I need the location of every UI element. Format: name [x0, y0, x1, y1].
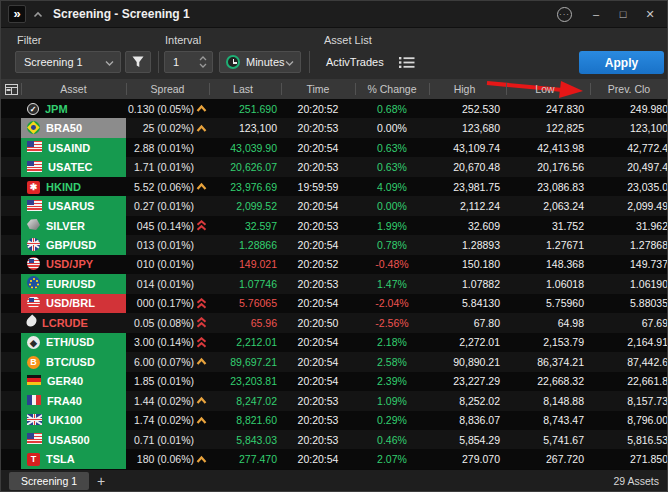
table-row[interactable]: BRA50 25 (0.02%) 123,100 20:20:53 0.00% … — [1, 118, 667, 137]
table-row[interactable]: USAIND 2.88 (0.01%) 43,039.90 20:20:54 0… — [1, 138, 667, 157]
table-row[interactable]: UK100 1.74 (0.02%) 8,821.60 20:20:53 0.2… — [1, 411, 667, 430]
table-row[interactable]: USATEC 1.71 (0.01%) 20,626.07 20:20:53 0… — [1, 157, 667, 176]
column-header-low[interactable]: Low — [506, 79, 590, 99]
collapse-chevron-icon[interactable] — [33, 11, 43, 18]
table-row[interactable]: ◆ ETH/USD 3.00 (0.14%) 2,212.01 20:20:54… — [1, 333, 667, 352]
us-circle-icon — [27, 296, 40, 311]
interval-unit-select[interactable]: Minutes — [219, 51, 301, 73]
table-row[interactable]: FRA40 1.44 (0.02%) 8,247.02 20:20:53 1.0… — [1, 391, 667, 410]
close-button[interactable]: ✕ — [641, 5, 659, 23]
asset-cell[interactable]: T TSLA — [21, 449, 126, 468]
asset-cell[interactable]: USD/BRL — [21, 294, 126, 313]
table-row[interactable]: USA500 0.71 (0.01%) 5,843.03 20:20:53 0.… — [1, 430, 667, 449]
high-cell: 5,854.29 — [429, 430, 506, 449]
percent-change-cell: 0.46% — [355, 430, 429, 449]
low-cell: 8,743.47 — [506, 411, 590, 430]
table-row[interactable]: USARUS 0.27 (0.01%) 2,099.52 20:20:54 0.… — [1, 196, 667, 215]
asset-cell[interactable]: GER40 — [21, 372, 126, 391]
asset-cell[interactable]: ✱ HKIND — [21, 177, 126, 196]
high-cell: 90,890.21 — [429, 352, 506, 371]
asset-cell[interactable]: LCRUDE — [21, 313, 126, 332]
column-header--change[interactable]: % Change — [355, 79, 429, 99]
percent-change-cell: -0.48% — [355, 255, 429, 274]
add-tab-button[interactable]: + — [97, 473, 105, 489]
asset-cell[interactable]: UK100 — [21, 411, 126, 430]
table-row[interactable]: B BTC/USD 6.00 (0.07%) 89,697.21 20:20:5… — [1, 352, 667, 371]
time-cell: 20:20:53 — [281, 157, 355, 176]
percent-change-cell: 2.58% — [355, 352, 429, 371]
table-row[interactable]: ✱ HKIND 5.52 (0.06%) 23,976.69 19:59:59 … — [1, 177, 667, 196]
prev-close-cell: 5.88035 — [590, 294, 667, 313]
low-cell: 5.75960 — [506, 294, 590, 313]
interval-spinner[interactable] — [199, 56, 207, 68]
asset-name: SILVER — [46, 220, 85, 232]
minimize-button[interactable]: – — [587, 5, 605, 23]
asset-cell[interactable]: USAIND — [21, 138, 126, 157]
column-header-prev-clo[interactable]: Prev. Clo — [590, 79, 668, 99]
asset-cell[interactable]: B BTC/USD — [21, 352, 126, 371]
time-cell: 20:20:53 — [281, 430, 355, 449]
prev-close-cell: 22,661.8 — [590, 372, 667, 391]
window-menu-icon[interactable]: ··· — [557, 7, 572, 22]
asset-cell[interactable]: BRA50 — [21, 118, 126, 137]
table-settings-button[interactable] — [1, 79, 21, 99]
column-header-last[interactable]: Last — [209, 79, 281, 99]
time-cell: 20:20:54 — [281, 372, 355, 391]
asset-cell[interactable]: ◆ ETH/USD — [21, 333, 126, 352]
spread-cell: 0.27 (0.01%) — [126, 196, 209, 215]
column-header-high[interactable]: High — [429, 79, 506, 99]
asset-cell[interactable]: FRA40 — [21, 391, 126, 410]
percent-change-cell: 2.39% — [355, 372, 429, 391]
prev-close-cell: 1.06190 — [590, 274, 667, 293]
asset-cell[interactable]: USA500 — [21, 430, 126, 449]
percent-change-cell: 1.99% — [355, 216, 429, 235]
eth-icon: ◆ — [27, 336, 40, 350]
table-row[interactable]: LCRUDE 0.05 (0.08%) 65.96 20:20:50 -2.56… — [1, 313, 667, 332]
low-cell: 5,741.67 — [506, 430, 590, 449]
asset-cell[interactable]: USATEC — [21, 157, 126, 176]
high-cell: 23,227.29 — [429, 372, 506, 391]
table-row[interactable]: GER40 1.85 (0.01%) 23,203.81 20:20:54 2.… — [1, 372, 667, 391]
interval-value: 1 — [165, 56, 199, 68]
last-price-cell: 32.597 — [209, 216, 281, 235]
column-header-spread[interactable]: Spread — [126, 79, 209, 99]
eu-circle-icon — [27, 276, 40, 291]
table-row[interactable]: ✓ JPM 0.130 (0.05%) 251.690 20:20:52 0.6… — [1, 99, 667, 118]
table-row[interactable]: USD/BRL 000 (0.17%) 5.76065 20:20:54 -2.… — [1, 294, 667, 313]
asset-name: USARUS — [48, 200, 94, 212]
asset-cell[interactable]: ✓ JPM — [21, 99, 126, 118]
high-cell: 43,109.74 — [429, 138, 506, 157]
filter-select[interactable]: Screening 1 — [15, 51, 121, 73]
maximize-button[interactable]: □ — [614, 5, 632, 23]
prev-close-cell: 271.850 — [590, 449, 667, 468]
table-row[interactable]: T TSLA 180 (0.06%) 277.470 20:20:54 2.07… — [1, 449, 667, 468]
interval-input[interactable]: 1 — [164, 51, 213, 73]
high-cell: 1.07882 — [429, 274, 506, 293]
asset-name: BRA50 — [46, 122, 82, 134]
asset-cell[interactable]: SILVER — [21, 216, 126, 235]
asset-cell[interactable]: EUR/USD — [21, 274, 126, 293]
filter-edit-button[interactable] — [125, 51, 151, 73]
time-cell: 20:20:53 — [281, 391, 355, 410]
asset-list-edit-button[interactable] — [399, 51, 415, 73]
apply-button[interactable]: Apply — [579, 51, 664, 74]
window-title: Screening - Screening 1 — [53, 7, 190, 21]
table-row[interactable]: EUR/USD 014 (0.01%) 1.07746 20:20:53 1.4… — [1, 274, 667, 293]
asset-cell[interactable]: GBP/USD — [21, 235, 126, 254]
asset-cell[interactable]: USARUS — [21, 196, 126, 215]
asset-name: BTC/USD — [46, 356, 95, 368]
table-row[interactable]: SILVER 045 (0.14%) 32.597 20:20:53 1.99%… — [1, 216, 667, 235]
table-row[interactable]: USD/JPY 010 (0.01%) 149.021 20:20:52 -0.… — [1, 255, 667, 274]
asset-name: FRA40 — [47, 395, 82, 407]
table-row[interactable]: GBP/USD 013 (0.01%) 1.28866 20:20:54 0.7… — [1, 235, 667, 254]
column-header-time[interactable]: Time — [281, 79, 355, 99]
title-bar: » Screening - Screening 1 ··· – □ ✕ — [1, 1, 667, 28]
percent-change-cell: 0.00% — [355, 118, 429, 137]
tab-screening-1[interactable]: Screening 1 — [9, 472, 89, 490]
high-cell: 8,252.02 — [429, 391, 506, 410]
column-header-asset[interactable]: Asset — [21, 79, 126, 99]
asset-cell[interactable]: USD/JPY — [21, 255, 126, 274]
btc-icon: B — [27, 355, 40, 369]
low-cell: 1.27671 — [506, 235, 590, 254]
low-cell: 2,153.79 — [506, 333, 590, 352]
